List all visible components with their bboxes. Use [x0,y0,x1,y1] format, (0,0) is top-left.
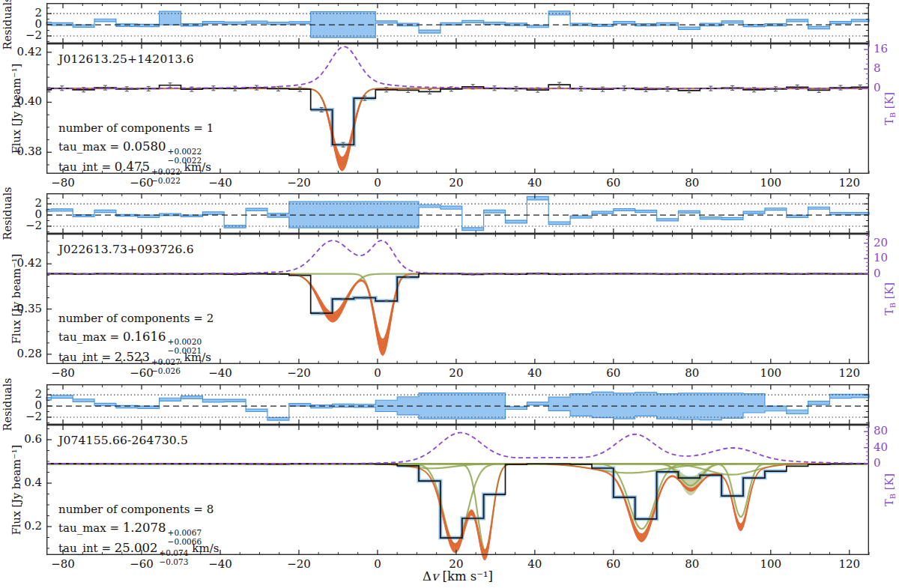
panel-group-1: J012613.25+142013.6 number of components… [46,3,869,174]
x-tick-label: 120 [831,366,868,380]
x-tick-label: 100 [752,366,790,380]
x-tick-label: −40 [202,366,239,380]
tb-tick-label: 10 [874,251,899,264]
flux-tick-label: 0.6 [3,432,42,446]
x-tick-label: 120 [831,557,868,571]
source-name-2: J022613.73+093726.6 [58,243,194,256]
tb-tick-label: 0 [874,456,899,470]
residuals-plot-1 [46,3,869,43]
x-tick-label: 80 [674,176,711,190]
tau-max-text: tau_max = 0.0580+0.0022−0.0022 [58,136,214,157]
x-tick-label: 40 [516,557,554,571]
tb-tick-label: 80 [874,424,899,437]
x-tick-label: −20 [280,557,318,571]
n-components-text: number of components = 8 [58,501,219,518]
x-tick-label: 20 [438,366,475,380]
flux-tick-label: 0.40 [3,94,42,108]
x-tick-label: −60 [123,176,160,190]
x-tick-label: 60 [595,366,632,380]
flux-axis-label-1: Flux [Jy beam⁻¹] [10,64,22,154]
tb-tick-label: 0 [874,81,899,94]
x-tick-label: −60 [123,366,160,380]
fit-annotation-1: number of components = 1 tau_max = 0.058… [58,120,214,177]
x-tick-label: 80 [674,366,711,380]
panel-group-2: J022613.73+093726.6 number of components… [46,193,869,364]
x-tick-label: 100 [752,176,790,190]
x-tick-label: 20 [438,176,475,190]
tau-max-text: tau_max = 1.2078+0.0067−0.0066 [58,518,219,538]
x-tick-label: −40 [202,176,239,190]
tb-axis-label-3: TB [K] [883,473,898,506]
x-tick-label: 60 [595,557,632,571]
source-name-1: J012613.25+142013.6 [58,52,194,66]
residuals-plot-3 [46,384,869,425]
x-axis-label: Δv [km s⁻¹] [46,569,869,584]
tb-tick-label: 0 [874,267,899,280]
residual-tick-label: −2 [3,219,42,232]
flux-tick-label: 0.2 [3,519,42,533]
flux-tick-label: 0.35 [3,302,42,315]
flux-tick-label: 0.28 [3,347,42,360]
x-tick-label: −80 [44,176,82,190]
x-tick-label: −20 [280,176,318,190]
x-tick-label: −20 [280,366,318,380]
x-tick-label: 40 [516,176,554,190]
tau-int-text: tau_int = 0.475+0.022−0.022km/s [58,157,214,177]
tau-int-text: tau_int = 25.002+0.074−0.073km/s [58,538,219,558]
spectra-figure: J012613.25+142013.6 number of components… [0,0,899,588]
x-tick-label: 0 [359,366,396,380]
residuals-plot-2 [46,193,869,234]
flux-tick-label: 0.4 [3,476,42,489]
n-components-text: number of components = 1 [58,120,214,136]
x-tick-label: 0 [359,176,396,190]
x-tick-label: 20 [438,557,475,571]
tb-tick-label: 20 [874,236,899,249]
tau-max-text: tau_max = 0.1616+0.0020−0.0021 [58,327,214,347]
x-tick-label: 40 [516,366,554,380]
x-tick-label: −60 [123,557,160,571]
tb-tick-label: 16 [874,42,899,55]
x-tick-label: 120 [831,176,868,190]
residual-tick-label: −2 [3,410,42,423]
tb-axis-label-2: TB [K] [883,282,898,315]
residual-tick-label: −2 [3,28,42,42]
source-name-3: J074155.66-264730.5 [58,434,188,447]
flux-tick-label: 0.42 [3,256,42,270]
x-tick-label: −80 [44,557,82,571]
tb-tick-label: 8 [874,61,899,75]
x-tick-label: 60 [595,176,632,190]
x-tick-label: −40 [202,557,239,571]
fit-annotation-2: number of components = 2 tau_max = 0.161… [58,310,214,367]
flux-tick-label: 0.42 [3,45,42,58]
fit-annotation-3: number of components = 8 tau_max = 1.207… [58,501,219,558]
x-tick-label: 80 [674,557,711,571]
tb-axis-label-1: TB [K] [883,92,898,125]
flux-tick-label: 0.38 [3,145,42,158]
n-components-text: number of components = 2 [58,310,214,327]
x-tick-label: −80 [44,366,82,380]
x-tick-label: 0 [359,557,396,571]
tau-int-text: tau_int = 2.523+0.027−0.026km/s [58,347,214,367]
x-tick-label: 100 [752,557,790,571]
panel-group-3: J074155.66-264730.5 number of components… [46,384,869,555]
tb-tick-label: 40 [874,440,899,454]
